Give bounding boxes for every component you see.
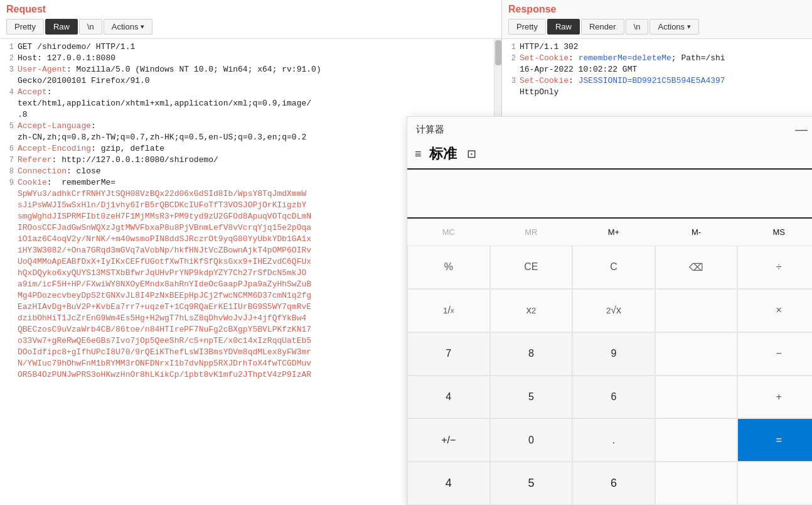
resp-tab-render[interactable]: Render bbox=[581, 19, 624, 35]
calc-ms-button[interactable]: MS bbox=[737, 221, 812, 243]
calc-mc-button[interactable]: MC bbox=[407, 221, 490, 243]
calc-bottom-1[interactable]: 4 bbox=[407, 462, 490, 505]
calc-empty-2 bbox=[655, 332, 738, 376]
calc-empty-4 bbox=[655, 418, 738, 462]
calc-title: 计算器 bbox=[416, 124, 444, 136]
response-title: Response bbox=[508, 4, 806, 15]
calc-empty-3 bbox=[655, 376, 738, 419]
calc-mminus-button[interactable]: M- bbox=[655, 221, 738, 243]
calc-button-grid: % CE C ⌫ ÷ 1/x x2 2√x × 7 8 9 − 4 5 6 + … bbox=[407, 246, 812, 505]
calc-minimize-button[interactable]: — bbox=[791, 122, 811, 137]
calc-empty-1 bbox=[655, 289, 738, 332]
calc-mode-label: 标准 bbox=[429, 144, 457, 163]
main-container: Request Pretty Raw \n Actions 1 GET /shi… bbox=[0, 0, 812, 505]
request-header: Request Pretty Raw \n Actions bbox=[0, 0, 501, 39]
calc-mode-switch-icon[interactable]: ⊡ bbox=[467, 147, 476, 161]
calc-percent-button[interactable]: % bbox=[407, 246, 490, 289]
calc-titlebar: 计算器 — bbox=[407, 117, 812, 142]
calc-multiply-button[interactable]: × bbox=[737, 289, 812, 332]
calc-empty-5 bbox=[655, 462, 738, 505]
calc-8-button[interactable]: 8 bbox=[490, 332, 573, 376]
calc-divide-button[interactable]: ÷ bbox=[737, 246, 812, 289]
calc-equals-button[interactable]: = bbox=[737, 418, 812, 462]
calc-bottom-2[interactable]: 5 bbox=[490, 462, 573, 505]
calculator: 计算器 — ≡ 标准 ⊡ MC MR M+ M- MS % CE C ⌫ bbox=[407, 116, 812, 505]
calc-c-button[interactable]: C bbox=[572, 246, 655, 289]
scroll-thumb[interactable] bbox=[495, 40, 501, 65]
calc-9-button[interactable]: 9 bbox=[572, 332, 655, 376]
calc-mode-bar: ≡ 标准 ⊡ bbox=[407, 142, 812, 168]
calc-plus-button[interactable]: + bbox=[737, 376, 812, 419]
calc-7-button[interactable]: 7 bbox=[407, 332, 490, 376]
resp-tab-pretty[interactable]: Pretty bbox=[508, 19, 546, 35]
response-header: Response Pretty Raw Render \n Actions bbox=[502, 0, 812, 39]
calc-4-button[interactable]: 4 bbox=[407, 376, 490, 419]
calc-sqrt-button[interactable]: 2√x bbox=[572, 289, 655, 332]
table-row: 2 Host: 127.0.0.1:8080 bbox=[0, 53, 501, 64]
calc-reciprocal-button[interactable]: 1/x bbox=[407, 289, 490, 332]
resp-tab-ln[interactable]: \n bbox=[626, 19, 649, 35]
resp-tab-raw[interactable]: Raw bbox=[547, 19, 580, 35]
table-row: 1 HTTP/1.1 302 bbox=[502, 41, 812, 53]
table-row: 1 GET /shirodemo/ HTTP/1.1 bbox=[0, 41, 501, 53]
calc-decimal-button[interactable]: . bbox=[572, 418, 655, 462]
calc-square-button[interactable]: x2 bbox=[490, 289, 573, 332]
calc-memory-row: MC MR M+ M- MS bbox=[407, 219, 812, 246]
calc-empty-6 bbox=[737, 462, 812, 505]
calc-minus-button[interactable]: − bbox=[737, 332, 812, 376]
calc-mplus-button[interactable]: M+ bbox=[572, 221, 655, 243]
calc-mr-button[interactable]: MR bbox=[490, 221, 573, 243]
request-toolbar: Pretty Raw \n Actions bbox=[6, 19, 495, 38]
request-title: Request bbox=[6, 4, 495, 15]
tab-actions[interactable]: Actions bbox=[104, 19, 153, 35]
calc-0-button[interactable]: 0 bbox=[490, 418, 573, 462]
calc-display-value bbox=[803, 183, 810, 211]
calc-5-button[interactable]: 5 bbox=[490, 376, 573, 419]
calc-menu-icon[interactable]: ≡ bbox=[415, 148, 422, 161]
table-row: 4 Accept: text/html,application/xhtml+xm… bbox=[0, 87, 501, 121]
calc-bottom-3[interactable]: 6 bbox=[572, 462, 655, 505]
calc-backspace-button[interactable]: ⌫ bbox=[655, 246, 738, 289]
tab-ln[interactable]: \n bbox=[79, 19, 102, 35]
calc-negate-button[interactable]: +/− bbox=[407, 418, 490, 462]
table-row: 2 Set-Cookie: rememberMe=deleteMe; Path=… bbox=[502, 53, 812, 75]
tab-raw[interactable]: Raw bbox=[45, 19, 78, 35]
table-row: 3 User-Agent: Mozilla/5.0 (Windows NT 10… bbox=[0, 64, 501, 87]
resp-tab-actions[interactable]: Actions bbox=[649, 19, 699, 35]
tab-pretty[interactable]: Pretty bbox=[6, 19, 44, 35]
calc-display bbox=[407, 168, 812, 219]
calc-ce-button[interactable]: CE bbox=[490, 246, 573, 289]
table-row: 3 Set-Cookie: JSESSIONID=BD9921C5B594E5A… bbox=[502, 75, 812, 98]
calc-6-button[interactable]: 6 bbox=[572, 376, 655, 419]
response-toolbar: Pretty Raw Render \n Actions bbox=[508, 19, 806, 38]
